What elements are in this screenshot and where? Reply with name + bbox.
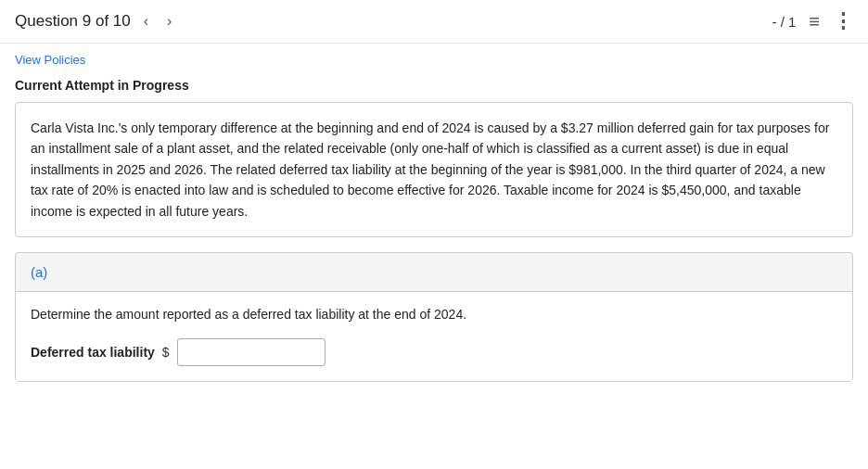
part-a-question-text: Determine the amount reported as a defer…	[31, 307, 837, 322]
score-label: - / 1	[772, 14, 796, 30]
header-left: Question 9 of 10 ‹ ›	[15, 11, 177, 32]
part-a-header: (a)	[16, 253, 852, 292]
next-button[interactable]: ›	[161, 11, 177, 32]
view-policies-link[interactable]: View Policies	[0, 44, 100, 72]
page-header: Question 9 of 10 ‹ › - / 1 ≡ ⋮	[0, 0, 868, 44]
deferred-tax-input[interactable]	[177, 338, 326, 366]
header-right: - / 1 ≡ ⋮	[772, 9, 853, 33]
dollar-sign: $	[162, 345, 170, 360]
deferred-tax-label: Deferred tax liability	[31, 345, 155, 360]
prev-button[interactable]: ‹	[138, 11, 154, 32]
part-a-section: (a) Determine the amount reported as a d…	[15, 252, 853, 382]
current-attempt-label: Current Attempt in Progress	[0, 72, 868, 102]
part-a-body: Determine the amount reported as a defer…	[16, 292, 852, 381]
list-icon[interactable]: ≡	[809, 11, 820, 32]
deferred-tax-row: Deferred tax liability $	[31, 338, 837, 366]
more-options-icon[interactable]: ⋮	[833, 9, 853, 33]
question-text: Carla Vista Inc.'s only temporary differ…	[15, 102, 853, 237]
question-label: Question 9 of 10	[15, 12, 131, 31]
